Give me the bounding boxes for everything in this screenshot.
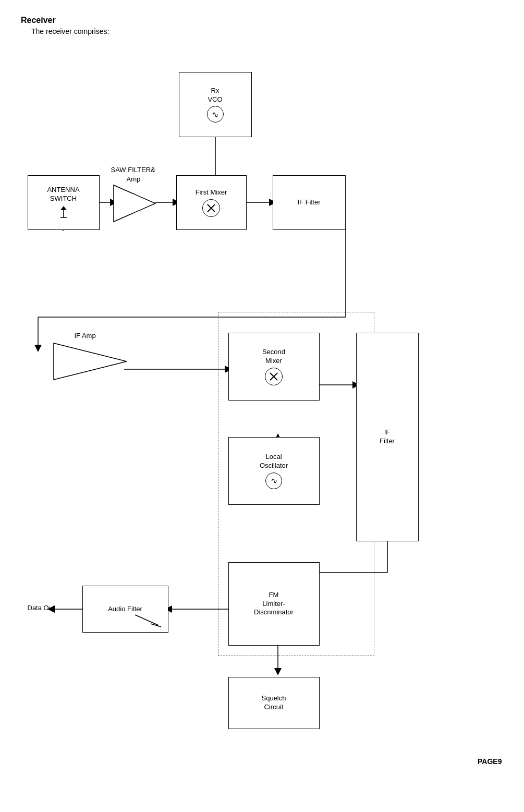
svg-marker-32 (54, 343, 127, 380)
first-mixer-label: First Mixer (196, 188, 227, 197)
svg-marker-31 (114, 185, 155, 222)
diagram-area: RxVCO ∿ ANTENNASWITCH SAW FILTER& Amp Fi… (22, 41, 502, 771)
fm-limiter-block: FMLimiter-Discnminator (228, 562, 320, 646)
squelch-circuit-label: SquelchCircuit (262, 694, 286, 712)
saw-filter-triangle (111, 183, 158, 224)
data-out-label: Data Out (28, 604, 55, 612)
rx-vco-block: RxVCO ∿ (179, 72, 252, 137)
page-number: PAGE9 (478, 757, 502, 766)
vco-symbol: ∿ (207, 106, 224, 123)
if-filter-2-block: IFFilter (356, 333, 419, 541)
if-filter-1-label: IF Filter (297, 198, 320, 207)
saw-filter-label: SAW FILTER& (111, 166, 155, 174)
svg-marker-29 (60, 206, 67, 210)
antenna-switch-block: ANTENNASWITCH (28, 175, 100, 230)
saw-filter-amp-label: Amp (127, 175, 141, 183)
page-title: Receiver (21, 16, 503, 25)
audio-filter-symbol (132, 612, 164, 628)
svg-marker-25 (274, 668, 282, 675)
page-container: Receiver The receiver comprises: (0, 0, 524, 812)
antenna-switch-icon (57, 205, 70, 220)
local-oscillator-label: LocalOscillator (260, 453, 288, 470)
svg-line-33 (135, 615, 159, 625)
antenna-switch-label: ANTENNASWITCH (47, 186, 79, 203)
if-filter-2-label: IFFilter (380, 428, 395, 446)
squelch-circuit-block: SquelchCircuit (228, 677, 320, 729)
second-mixer-block: SecondMixer (228, 333, 320, 401)
local-oscillator-block: LocalOscillator ∿ (228, 437, 320, 505)
first-mixer-symbol (202, 199, 220, 217)
audio-filter-block: Audio Filter (82, 586, 168, 633)
first-mixer-block: First Mixer (176, 175, 247, 230)
if-amp-label: IF Amp (75, 332, 96, 340)
page-subtitle: The receiver comprises: (31, 27, 503, 35)
fm-limiter-label: FMLimiter-Discnminator (254, 591, 294, 617)
lo-symbol: ∿ (265, 472, 282, 489)
svg-marker-11 (34, 345, 42, 352)
rx-vco-label: RxVCO (208, 87, 222, 104)
if-filter-1-block: IF Filter (273, 175, 346, 230)
second-mixer-symbol (265, 368, 283, 385)
second-mixer-label: SecondMixer (262, 348, 285, 366)
if-amp-triangle (51, 341, 129, 382)
